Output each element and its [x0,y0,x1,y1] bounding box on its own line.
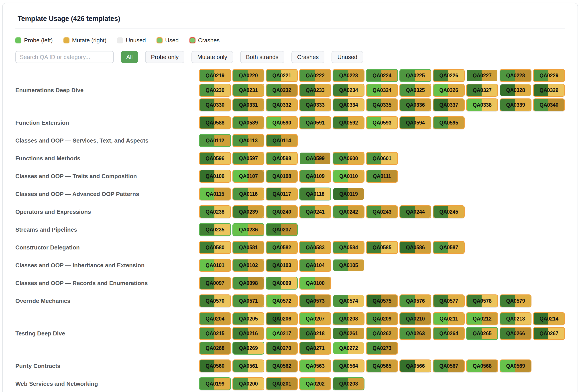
template-chip-qa0575[interactable]: QA0575 [366,294,398,307]
template-chip-qa0324[interactable]: QA0324 [366,84,398,97]
template-chip-qa0577[interactable]: QA0577 [433,294,465,307]
template-chip-qa0576[interactable]: QA0576 [399,294,431,307]
template-chip-qa0221[interactable]: QA0221 [266,69,298,82]
template-chip-qa0268[interactable]: QA0268 [199,342,231,354]
template-chip-qa0570[interactable]: QA0570 [199,294,231,307]
template-chip-qa0204[interactable]: QA0204 [199,312,231,325]
template-chip-qa0226[interactable]: QA0226 [433,69,465,82]
template-chip-qa0326[interactable]: QA0326 [433,84,465,97]
template-chip-qa0579[interactable]: QA0579 [500,294,532,307]
template-chip-qa0205[interactable]: QA0205 [232,312,264,325]
template-chip-qa0108[interactable]: QA0108 [266,170,298,183]
template-chip-qa0210[interactable]: QA0210 [399,312,431,325]
filter-button-both-strands[interactable]: Both strands [240,51,284,63]
template-chip-qa0106[interactable]: QA0106 [199,170,231,183]
template-chip-qa0567[interactable]: QA0567 [433,360,465,372]
template-chip-qa0325[interactable]: QA0325 [399,84,431,97]
template-chip-qa0563[interactable]: QA0563 [299,360,331,372]
template-chip-qa0100[interactable]: QA0100 [299,277,331,290]
template-chip-qa0102[interactable]: QA0102 [232,259,264,272]
template-chip-qa0215[interactable]: QA0215 [199,327,231,340]
template-chip-qa0104[interactable]: QA0104 [299,259,331,272]
template-chip-qa0336[interactable]: QA0336 [399,98,431,111]
template-chip-qa0564[interactable]: QA0564 [333,360,365,372]
template-chip-qa0242[interactable]: QA0242 [333,205,365,218]
template-chip-qa0335[interactable]: QA0335 [366,98,398,111]
template-chip-qa0225[interactable]: QA0225 [399,69,431,82]
template-chip-qa0581[interactable]: QA0581 [232,241,264,254]
template-chip-qa0231[interactable]: QA0231 [232,84,264,97]
template-chip-qa0107[interactable]: QA0107 [232,170,264,183]
template-chip-qa0591[interactable]: QA0591 [299,116,331,129]
template-chip-qa0565[interactable]: QA0565 [366,360,398,372]
template-chip-qa0240[interactable]: QA0240 [266,205,298,218]
filter-button-unused[interactable]: Unused [332,51,363,63]
template-chip-qa0264[interactable]: QA0264 [433,327,465,340]
template-chip-qa0337[interactable]: QA0337 [433,98,465,111]
template-chip-qa0117[interactable]: QA0117 [266,188,298,200]
template-chip-qa0213[interactable]: QA0213 [500,312,532,325]
template-chip-qa0216[interactable]: QA0216 [232,327,264,340]
template-chip-qa0244[interactable]: QA0244 [399,205,431,218]
template-chip-qa0112[interactable]: QA0112 [199,134,231,147]
template-chip-qa0212[interactable]: QA0212 [466,312,498,325]
template-chip-qa0235[interactable]: QA0235 [199,223,231,236]
template-chip-qa0237[interactable]: QA0237 [266,223,298,236]
template-chip-qa0327[interactable]: QA0327 [466,84,498,97]
template-chip-qa0262[interactable]: QA0262 [366,327,398,340]
template-chip-qa0234[interactable]: QA0234 [333,84,365,97]
template-chip-qa0201[interactable]: QA0201 [266,377,298,390]
template-chip-qa0228[interactable]: QA0228 [500,69,532,82]
template-chip-qa0110[interactable]: QA0110 [333,170,365,183]
template-chip-qa0113[interactable]: QA0113 [232,134,264,147]
template-chip-qa0230[interactable]: QA0230 [199,84,231,97]
template-chip-qa0220[interactable]: QA0220 [232,69,264,82]
template-chip-qa0243[interactable]: QA0243 [366,205,398,218]
template-chip-qa0105[interactable]: QA0105 [333,259,365,272]
template-chip-qa0270[interactable]: QA0270 [266,342,298,354]
template-chip-qa0334[interactable]: QA0334 [333,98,365,111]
template-chip-qa0241[interactable]: QA0241 [299,205,331,218]
template-chip-qa0263[interactable]: QA0263 [399,327,431,340]
template-chip-qa0594[interactable]: QA0594 [399,116,431,129]
template-chip-qa0599[interactable]: QA0599 [299,152,331,165]
template-chip-qa0566[interactable]: QA0566 [399,360,431,372]
template-chip-qa0211[interactable]: QA0211 [433,312,465,325]
template-chip-qa0332[interactable]: QA0332 [266,98,298,111]
template-chip-qa0118[interactable]: QA0118 [299,188,331,200]
template-chip-qa0097[interactable]: QA0097 [199,277,231,290]
filter-button-probe-only[interactable]: Probe only [145,51,184,63]
template-chip-qa0333[interactable]: QA0333 [299,98,331,111]
template-chip-qa0229[interactable]: QA0229 [533,69,565,82]
template-chip-qa0239[interactable]: QA0239 [232,205,264,218]
template-chip-qa0597[interactable]: QA0597 [232,152,264,165]
template-chip-qa0582[interactable]: QA0582 [266,241,298,254]
template-chip-qa0589[interactable]: QA0589 [232,116,264,129]
template-chip-qa0272[interactable]: QA0272 [333,342,365,354]
template-chip-qa0569[interactable]: QA0569 [500,360,532,372]
template-chip-qa0340[interactable]: QA0340 [533,98,565,111]
template-chip-qa0115[interactable]: QA0115 [199,188,231,200]
template-chip-qa0111[interactable]: QA0111 [366,170,398,183]
template-chip-qa0219[interactable]: QA0219 [199,69,231,82]
template-chip-qa0592[interactable]: QA0592 [333,116,365,129]
template-chip-qa0224[interactable]: QA0224 [366,69,398,82]
template-chip-qa0586[interactable]: QA0586 [399,241,431,254]
template-chip-qa0578[interactable]: QA0578 [466,294,498,307]
search-input[interactable] [15,51,114,63]
template-chip-qa0109[interactable]: QA0109 [299,170,331,183]
template-chip-qa0238[interactable]: QA0238 [199,205,231,218]
template-chip-qa0601[interactable]: QA0601 [366,152,398,165]
template-chip-qa0560[interactable]: QA0560 [199,360,231,372]
template-chip-qa0236[interactable]: QA0236 [232,223,264,236]
template-chip-qa0331[interactable]: QA0331 [232,98,264,111]
template-chip-qa0103[interactable]: QA0103 [266,259,298,272]
template-chip-qa0116[interactable]: QA0116 [232,188,264,200]
template-chip-qa0245[interactable]: QA0245 [433,205,465,218]
template-chip-qa0330[interactable]: QA0330 [199,98,231,111]
template-chip-qa0587[interactable]: QA0587 [433,241,465,254]
template-chip-qa0568[interactable]: QA0568 [466,360,498,372]
template-chip-qa0101[interactable]: QA0101 [199,259,231,272]
template-chip-qa0329[interactable]: QA0329 [533,84,565,97]
template-chip-qa0207[interactable]: QA0207 [299,312,331,325]
